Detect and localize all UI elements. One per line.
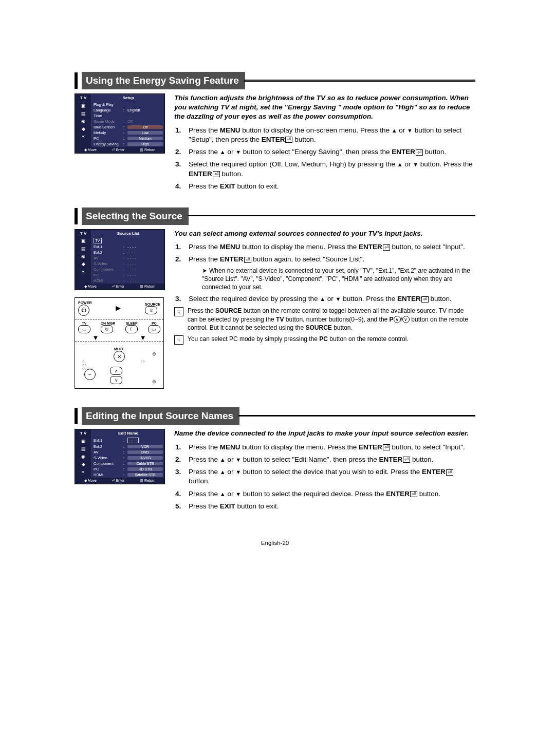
up-icon: ▲: [392, 127, 397, 134]
mute-label: MUTE: [114, 347, 125, 351]
heading-rule: [238, 415, 475, 417]
osd-icon-col: ▣ ▤ ◉ ◆ ✶: [75, 102, 92, 147]
dashed-separator: [75, 319, 163, 319]
sub-note: ➤When no external device is connected to…: [189, 267, 475, 292]
osd-edit-name: T V Edit Name ▣ ▤ ◉ ◆ ✶ Ext.1:- - - - Ex…: [75, 429, 165, 484]
enter-icon: ⏎: [285, 137, 292, 143]
section2-intro: You can select among external sources co…: [174, 229, 475, 238]
mute-button-icon: ✕: [114, 351, 125, 362]
heading-editing-names: Editing the Input Source Names: [75, 407, 475, 425]
source-button-icon: ⎚: [145, 306, 157, 314]
hint-row: ☟ You can select PC mode by simply press…: [174, 335, 475, 345]
osd-icon-col: ▣ ▤ ◉ ◆ ✶: [75, 237, 92, 284]
setup-icon: ◆: [75, 460, 91, 468]
page-footer: English-20: [75, 540, 475, 546]
sound-icon: ▤: [75, 245, 91, 253]
pc-label: PC: [148, 322, 160, 325]
step: Press the ▲ or ▼ button to select "Edit …: [175, 455, 475, 464]
step: Press the EXIT button to exit.: [175, 182, 475, 191]
section2-right: You can select among external sources co…: [174, 229, 475, 345]
section1-right: This function adjusts the brightness of …: [174, 93, 475, 194]
osd-tab: T V: [75, 230, 92, 237]
osd-rows: Ext.1:- - - - Ext.2:VCR AV:DVD S-Video:D…: [92, 437, 164, 478]
section3-steps: Press the MENU button to display the men…: [174, 443, 475, 511]
heading-rule: [188, 215, 475, 217]
down-icon: ▼: [413, 161, 418, 167]
osd-footer: ◆ Move ⏎ Enter ▥ Return: [75, 147, 164, 153]
power-button-icon: ⏻: [78, 305, 89, 316]
arrow-right-icon: ➤: [202, 267, 207, 274]
section3-content: T V Edit Name ▣ ▤ ◉ ◆ ✶ Ext.1:- - - - Ex…: [75, 429, 475, 514]
picture-icon: ▣: [75, 102, 91, 109]
input-icon: ✶: [75, 133, 91, 140]
channel-icon: ◉: [75, 117, 91, 125]
osd-source-list: T V Source List ▣ ▤ ◉ ◆ ✶ TV Ext.1:- - -…: [75, 229, 165, 290]
chmgr-button-icon: ↻: [101, 325, 113, 333]
heading-rule: [244, 80, 475, 82]
enter-icon: ⏎: [213, 171, 220, 177]
input-icon: ✶: [75, 268, 91, 276]
heading-bar: [75, 72, 78, 89]
heading-bar: [75, 408, 78, 424]
heading-bar: [75, 208, 78, 224]
down-icon: ▼: [235, 491, 241, 497]
enter-icon: ⏎: [383, 244, 390, 251]
step: Press the MENU button to display the men…: [175, 242, 475, 252]
manual-page: Using the Energy Saving Feature T V Setu…: [0, 0, 555, 577]
down-icon: ▼: [336, 296, 341, 302]
osd-icon-col: ▣ ▤ ◉ ◆ ✶: [75, 437, 92, 478]
heading-energy-saving: Using the Energy Saving Feature: [75, 72, 475, 89]
section1-steps: Press the MENU button to display the on-…: [174, 126, 475, 191]
section1-left: T V Setup ▣ ▤ ◉ ◆ ✶ Plug & Play Language…: [75, 93, 167, 154]
heading-text: Using the Energy Saving Feature: [82, 72, 245, 89]
enter-icon: ⏎: [416, 149, 423, 156]
down-icon: ▼: [407, 127, 413, 134]
step: Press the MENU button to display the men…: [175, 443, 475, 452]
section2-content: T V Source List ▣ ▤ ◉ ◆ ✶ TV Ext.1:- - -…: [75, 229, 475, 389]
sound-icon: ▤: [75, 445, 91, 452]
hint-text: Press the SOURCE button on the remote co…: [188, 307, 475, 332]
dashed-separator: [75, 342, 163, 342]
osd-tab: T V: [75, 429, 92, 437]
up-icon: ▲: [220, 149, 226, 155]
section3-left: T V Edit Name ▣ ▤ ◉ ◆ ✶ Ext.1:- - - - Ex…: [75, 429, 167, 484]
step: Press the ▲ or ▼ button to select the de…: [175, 467, 475, 486]
input-icon: ✶: [75, 468, 91, 476]
remote-hint-icon: ☟: [174, 307, 183, 316]
channel-icon: ◉: [75, 452, 91, 460]
up-icon: ▲: [220, 457, 226, 463]
up-icon: ▲: [320, 296, 325, 302]
heading-selecting-source: Selecting the Source: [75, 207, 475, 225]
section3-intro: Name the device connected to the input j…: [174, 429, 475, 438]
arrow-indicator-icon: ▶: [116, 307, 121, 310]
enter-icon: ⏎: [446, 469, 453, 476]
hint-row: ☟ Press the SOURCE button on the remote …: [174, 307, 475, 332]
source-label: SOURCE: [145, 303, 160, 306]
sleep-label: SLEEP: [125, 322, 138, 325]
osd-rows: Plug & Play Language:English Time Game M…: [92, 102, 164, 147]
enter-icon: ⏎: [421, 296, 429, 303]
section3-right: Name the device connected to the input j…: [174, 429, 475, 514]
down-icon: ▼: [235, 469, 241, 475]
hint-text: You can select PC mode by simply pressin…: [188, 335, 409, 343]
power-label: POWER: [78, 301, 91, 305]
step: Press the ENTER⏎ button again, to select…: [175, 255, 475, 291]
tv-button-icon: ▭: [78, 325, 90, 333]
pc-button-icon: ▭: [148, 325, 160, 333]
step: Press the MENU button to display the on-…: [175, 126, 475, 144]
section2-left: T V Source List ▣ ▤ ◉ ◆ ✶ TV Ext.1:- - -…: [75, 229, 167, 389]
p-down-icon: ∨: [402, 316, 410, 323]
osd-title: Source List: [92, 230, 164, 237]
nav-up-icon: ∧: [110, 367, 122, 375]
osd-footer: ◆ Move ⏎ Enter ▥ Return: [75, 478, 164, 484]
arrow-down-icon: ▼ ▼: [78, 336, 160, 340]
heading-text: Selecting the Source: [82, 207, 189, 225]
step: Press the EXIT button to exit.: [175, 502, 475, 511]
enter-icon: ⏎: [410, 491, 417, 497]
p-plus-icon: ⊕: [152, 351, 156, 356]
sleep-button-icon: ☾: [125, 325, 138, 333]
sound-icon: ▤: [75, 109, 91, 117]
tv-label: TV: [78, 322, 90, 325]
step: Select the required option (Off, Low, Me…: [175, 160, 475, 178]
osd-footer: ◆ Move ⏎ Enter ▥ Return: [75, 284, 164, 290]
